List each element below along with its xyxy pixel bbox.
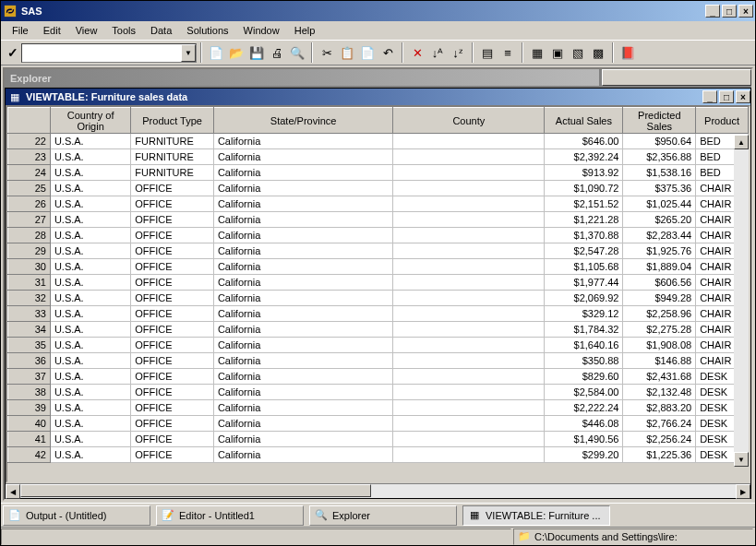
row-number[interactable]: 29 xyxy=(8,243,51,259)
task-button[interactable]: 🔍Explorer xyxy=(309,505,457,526)
row-number[interactable]: 34 xyxy=(8,322,51,338)
cell-actual[interactable]: $1,370.88 xyxy=(545,228,623,243)
scroll-down-icon[interactable]: ▼ xyxy=(734,452,749,467)
child-maximize-button[interactable]: □ xyxy=(719,90,734,103)
cell-actual[interactable]: $1,490.56 xyxy=(545,432,623,447)
cell-ptype[interactable]: OFFICE xyxy=(131,212,214,228)
table-row[interactable]: 36U.S.A.OFFICECalifornia$350.88$146.88CH… xyxy=(8,353,749,369)
child-close-button[interactable]: × xyxy=(736,90,750,103)
menu-data[interactable]: Data xyxy=(143,23,179,38)
row-number[interactable]: 42 xyxy=(8,447,51,463)
scroll-thumb[interactable] xyxy=(20,484,371,497)
cell-actual[interactable]: $446.08 xyxy=(545,416,623,432)
menu-tools[interactable]: Tools xyxy=(104,23,143,38)
menu-file[interactable]: File xyxy=(5,23,36,38)
cell-county[interactable] xyxy=(393,196,545,212)
cell-predicted[interactable]: $1,908.08 xyxy=(623,338,696,353)
cell-country[interactable]: U.S.A. xyxy=(50,134,130,149)
tool1-icon[interactable]: ▤ xyxy=(477,42,498,63)
column-header-country[interactable]: Country of Origin xyxy=(50,108,130,134)
row-number[interactable]: 35 xyxy=(8,338,51,353)
copy-icon[interactable]: 📋 xyxy=(337,42,357,63)
row-number[interactable]: 24 xyxy=(8,165,51,181)
table-row[interactable]: 24U.S.A.FURNITURECalifornia$913.92$1,538… xyxy=(8,165,749,181)
row-number[interactable]: 31 xyxy=(8,275,51,291)
cell-ptype[interactable]: OFFICE xyxy=(131,447,214,463)
cell-state[interactable]: California xyxy=(213,149,392,165)
cell-country[interactable]: U.S.A. xyxy=(50,181,130,196)
cell-actual[interactable]: $1,105.68 xyxy=(545,259,623,275)
column-header-actual[interactable]: Actual Sales xyxy=(545,108,623,134)
preview-icon[interactable]: 🔍 xyxy=(287,42,307,63)
cell-ptype[interactable]: FURNITURE xyxy=(131,149,214,165)
cell-state[interactable]: California xyxy=(213,181,392,196)
cell-predicted[interactable]: $950.64 xyxy=(623,134,696,149)
cell-predicted[interactable]: $2,132.48 xyxy=(623,385,696,400)
row-number[interactable]: 33 xyxy=(8,306,51,322)
cell-state[interactable]: California xyxy=(213,165,392,181)
submit-icon[interactable]: ✓ xyxy=(5,42,21,63)
cell-ptype[interactable]: FURNITURE xyxy=(131,165,214,181)
task-button[interactable]: 📄Output - (Untitled) xyxy=(3,505,150,526)
table-row[interactable]: 30U.S.A.OFFICECalifornia$1,105.68$1,889.… xyxy=(8,259,749,275)
row-number[interactable]: 27 xyxy=(8,212,51,228)
cell-ptype[interactable]: OFFICE xyxy=(131,196,214,212)
table-row[interactable]: 26U.S.A.OFFICECalifornia$2,151.52$1,025.… xyxy=(8,196,749,212)
cell-predicted[interactable]: $606.56 xyxy=(623,275,696,291)
scroll-up-icon[interactable]: ▲ xyxy=(734,135,749,149)
row-number[interactable]: 38 xyxy=(8,385,51,400)
maximize-button[interactable]: □ xyxy=(722,5,737,18)
cell-state[interactable]: California xyxy=(213,291,392,306)
cell-county[interactable] xyxy=(393,259,545,275)
cell-county[interactable] xyxy=(393,275,545,291)
cell-county[interactable] xyxy=(393,385,545,400)
cell-country[interactable]: U.S.A. xyxy=(50,353,130,369)
task-button[interactable]: ▦VIEWTABLE: Furniture ... xyxy=(462,505,610,526)
table-row[interactable]: 35U.S.A.OFFICECalifornia$1,640.16$1,908.… xyxy=(8,338,749,353)
tool4-icon[interactable]: ▣ xyxy=(547,42,568,63)
table-row[interactable]: 42U.S.A.OFFICECalifornia$299.20$1,225.36… xyxy=(8,447,749,463)
cell-county[interactable] xyxy=(393,353,545,369)
open-icon[interactable]: 📂 xyxy=(226,42,246,63)
cell-actual[interactable]: $299.20 xyxy=(545,447,623,463)
cell-ptype[interactable]: FURNITURE xyxy=(131,134,214,149)
cell-county[interactable] xyxy=(393,369,545,385)
table-row[interactable]: 38U.S.A.OFFICECalifornia$2,584.00$2,132.… xyxy=(8,385,749,400)
cell-predicted[interactable]: $2,431.68 xyxy=(623,369,696,385)
column-header-predicted[interactable]: Predicted Sales xyxy=(623,108,696,134)
cell-predicted[interactable]: $2,356.88 xyxy=(623,149,696,165)
table-row[interactable]: 41U.S.A.OFFICECalifornia$1,490.56$2,256.… xyxy=(8,432,749,447)
row-number[interactable]: 28 xyxy=(8,228,51,243)
cell-county[interactable] xyxy=(393,291,545,306)
paste-icon[interactable]: 📄 xyxy=(357,42,378,63)
tool6-icon[interactable]: ▩ xyxy=(588,42,608,63)
cell-county[interactable] xyxy=(393,165,545,181)
cell-actual[interactable]: $646.00 xyxy=(545,134,623,149)
cell-actual[interactable]: $350.88 xyxy=(545,353,623,369)
explorer-panel-title[interactable]: Explorer xyxy=(5,69,599,86)
cell-ptype[interactable]: OFFICE xyxy=(131,432,214,447)
cell-country[interactable]: U.S.A. xyxy=(50,447,130,463)
table-row[interactable]: 33U.S.A.OFFICECalifornia$329.12$2,258.96… xyxy=(8,306,749,322)
cell-country[interactable]: U.S.A. xyxy=(50,149,130,165)
child-minimize-button[interactable]: _ xyxy=(702,90,717,103)
column-header-product[interactable]: Product xyxy=(696,108,749,134)
cell-actual[interactable]: $1,221.28 xyxy=(545,212,623,228)
row-number[interactable]: 30 xyxy=(8,259,51,275)
row-number[interactable]: 40 xyxy=(8,416,51,432)
cell-county[interactable] xyxy=(393,322,545,338)
cell-state[interactable]: California xyxy=(213,338,392,353)
delete-icon[interactable]: ✕ xyxy=(407,42,427,63)
cell-predicted[interactable]: $146.88 xyxy=(623,353,696,369)
cell-state[interactable]: California xyxy=(213,353,392,369)
table-row[interactable]: 25U.S.A.OFFICECalifornia$1,090.72$375.36… xyxy=(8,181,749,196)
menu-view[interactable]: View xyxy=(68,23,105,38)
cell-ptype[interactable]: OFFICE xyxy=(131,291,214,306)
cell-state[interactable]: California xyxy=(213,432,392,447)
cell-ptype[interactable]: OFFICE xyxy=(131,181,214,196)
cell-predicted[interactable]: $2,258.96 xyxy=(623,306,696,322)
cell-county[interactable] xyxy=(393,212,545,228)
cell-state[interactable]: California xyxy=(213,447,392,463)
sort-desc-icon[interactable]: ↓ᶻ xyxy=(448,42,468,63)
cell-county[interactable] xyxy=(393,149,545,165)
